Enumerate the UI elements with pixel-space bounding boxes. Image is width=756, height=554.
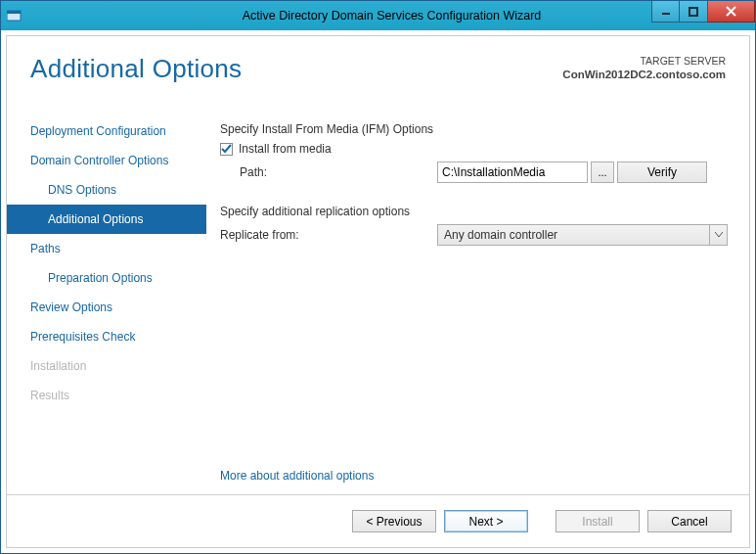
install-from-media-label: Install from media (239, 142, 332, 156)
svg-rect-1 (7, 11, 21, 14)
maximize-button[interactable] (680, 1, 708, 23)
titlebar[interactable]: Active Directory Domain Services Configu… (1, 1, 755, 30)
target-server-block: TARGET SERVER ConWin2012DC2.contoso.com (562, 54, 726, 83)
more-about-link[interactable]: More about additional options (220, 469, 374, 483)
sidebar-item-results: Results (7, 381, 206, 410)
replication-section-title: Specify additional replication options (220, 205, 728, 218)
target-server-label: TARGET SERVER (562, 54, 726, 68)
install-button: Install (556, 510, 640, 532)
replicate-from-label: Replicate from: (220, 228, 437, 242)
replicate-from-value: Any domain controller (444, 228, 557, 242)
install-from-media-checkbox[interactable] (220, 143, 233, 156)
sidebar-item-paths[interactable]: Paths (7, 234, 206, 263)
path-input[interactable] (437, 162, 588, 183)
window-title: Active Directory Domain Services Configu… (28, 9, 755, 23)
ifm-section-title: Specify Install From Media (IFM) Options (220, 122, 728, 136)
sidebar-item-prerequisites-check[interactable]: Prerequisites Check (7, 322, 206, 351)
target-server-name: ConWin2012DC2.contoso.com (562, 68, 726, 83)
svg-rect-3 (689, 8, 697, 16)
footer: < Previous Next > Install Cancel (7, 494, 749, 547)
sidebar-item-domain-controller-options[interactable]: Domain Controller Options (7, 146, 206, 175)
sidebar-item-preparation-options[interactable]: Preparation Options (7, 263, 206, 293)
sidebar-item-additional-options[interactable]: Additional Options (7, 205, 206, 234)
cancel-button[interactable]: Cancel (647, 510, 732, 532)
close-button[interactable] (708, 1, 755, 23)
sidebar-item-dns-options[interactable]: DNS Options (7, 175, 206, 205)
next-button[interactable]: Next > (444, 510, 528, 532)
content-panel: Specify Install From Media (IFM) Options… (206, 107, 749, 494)
wizard-window: Active Directory Domain Services Configu… (0, 0, 756, 554)
sidebar: Deployment Configuration Domain Controll… (7, 107, 206, 494)
page-title: Additional Options (30, 54, 242, 84)
chevron-down-icon (709, 225, 727, 245)
browse-button[interactable]: ... (591, 162, 614, 183)
verify-button[interactable]: Verify (617, 162, 707, 183)
sidebar-item-review-options[interactable]: Review Options (7, 293, 206, 322)
svg-rect-2 (662, 13, 670, 15)
sidebar-item-deployment-configuration[interactable]: Deployment Configuration (7, 116, 206, 146)
previous-button[interactable]: < Previous (352, 510, 436, 532)
sidebar-item-installation: Installation (7, 351, 206, 381)
app-icon (1, 1, 28, 30)
path-label: Path: (240, 165, 437, 179)
replicate-from-dropdown[interactable]: Any domain controller (437, 224, 728, 246)
minimize-button[interactable] (651, 1, 680, 23)
